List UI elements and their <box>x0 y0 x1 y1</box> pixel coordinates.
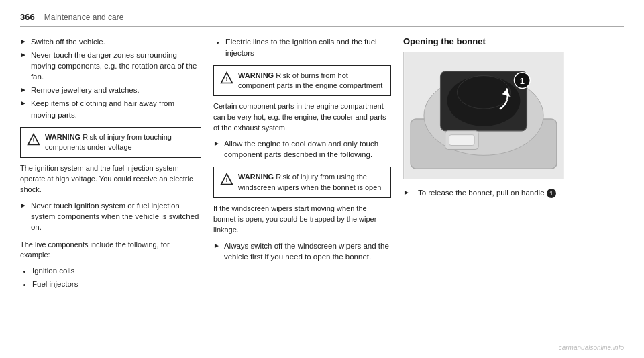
list-item: ► Never touch the danger zones surroundi… <box>20 50 201 82</box>
list-item: Fuel injectors <box>32 279 201 290</box>
arrow-icon: ► <box>213 139 220 148</box>
arrow-icon: ► <box>403 188 410 197</box>
additional-items-list: Electric lines to the ignition coils and… <box>213 36 391 60</box>
page: 366 Maintenance and care ► Switch off th… <box>0 0 644 358</box>
bonnet-svg: 1 <box>404 52 564 179</box>
list-item: ► Remove jewellery and watches. <box>20 85 201 95</box>
section-heading-bonnet: Opening the bonnet <box>403 36 624 46</box>
warning-triangle-icon: ! <box>27 133 40 146</box>
list-item: Electric lines to the ignition coils and… <box>225 36 391 60</box>
list-item: ► Never touch ignition system or fuel in… <box>20 200 201 232</box>
body-text-3: If the windscreen wipers start moving wh… <box>213 204 391 236</box>
list-item: ► Switch off the vehicle. <box>20 36 201 47</box>
circle-number-1: 1 <box>547 189 556 198</box>
body-text-2: Certain component parts in the engine co… <box>213 101 391 134</box>
svg-rect-15 <box>449 135 475 146</box>
arrow-icon: ► <box>20 99 27 108</box>
page-header: 366 Maintenance and care <box>20 12 624 27</box>
warning-text-2: WARNING Risk of burns from hot component… <box>238 71 384 91</box>
bonnet-diagram: 1 <box>403 52 564 179</box>
main-bullet-list: ► Switch off the vehicle. ► Never touch … <box>20 36 201 120</box>
sub-bullet-list-1: ► Never touch ignition system or fuel in… <box>20 200 201 232</box>
warning-box-1: ! WARNING Risk of injury from touching c… <box>20 127 201 159</box>
warning-box-2: ! WARNING Risk of burns from hot compone… <box>213 65 391 97</box>
page-number: 366 <box>20 12 35 22</box>
list-item: ► Always switch off the windscreen wiper… <box>213 240 391 262</box>
live-components-intro: The live components include the followin… <box>20 240 201 261</box>
page-section-title: Maintenance and care <box>44 13 124 22</box>
arrow-icon: ► <box>20 37 27 46</box>
body-text-1: The ignition system and the fuel injecti… <box>20 163 201 195</box>
list-item: ► Keep items of clothing and hair away f… <box>20 98 201 120</box>
arrow-icon: ► <box>20 85 27 95</box>
middle-column: Electric lines to the ignition coils and… <box>213 36 391 294</box>
sub-bullet-list-2: ► Allow the engine to cool down and only… <box>213 138 391 160</box>
arrow-icon: ► <box>20 201 27 210</box>
arrow-icon: ► <box>213 241 220 251</box>
release-bonnet-instruction: ► To release the bonnet, pull on handle … <box>403 187 624 198</box>
warning-box-3: ! WARNING Risk of injury from using the … <box>213 167 391 198</box>
right-column: Opening the bonnet <box>403 36 624 294</box>
warning-triangle-icon-2: ! <box>220 71 233 85</box>
arrow-icon: ► <box>20 50 27 60</box>
left-column: ► Switch off the vehicle. ► Never touch … <box>20 36 201 294</box>
content-columns: ► Switch off the vehicle. ► Never touch … <box>20 36 624 294</box>
live-components-list: Ignition coils Fuel injectors <box>20 265 201 290</box>
page-watermark: carmanualsonline.info <box>559 344 624 351</box>
warning-text-3: WARNING Risk of injury from using the wi… <box>238 172 384 193</box>
sub-bullet-list-3: ► Always switch off the windscreen wiper… <box>213 240 391 262</box>
list-item: Ignition coils <box>32 265 201 277</box>
warning-text-1: WARNING Risk of injury from touching com… <box>45 132 195 153</box>
svg-point-10 <box>447 76 521 126</box>
list-item: ► Allow the engine to cool down and only… <box>213 138 391 160</box>
svg-text:!: ! <box>225 177 227 183</box>
svg-text:!: ! <box>225 75 227 82</box>
svg-text:!: ! <box>32 137 34 144</box>
svg-text:1: 1 <box>520 76 525 86</box>
warning-triangle-icon-3: ! <box>220 173 233 186</box>
